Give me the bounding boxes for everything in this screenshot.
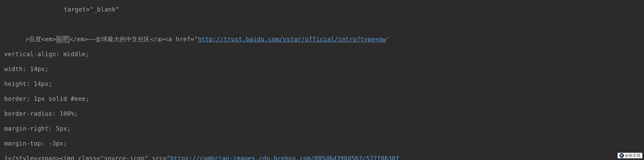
code-text: target="_blank" (64, 6, 119, 13)
code-text: }</style><span><img class="source-icon" … (4, 155, 170, 160)
code-line[interactable]: width: 14px; (0, 65, 399, 73)
code-text: margin-right: 5px; (4, 125, 70, 132)
watermark-icon: K (619, 153, 624, 158)
code-text: width: 14px; (4, 66, 48, 72)
code-line[interactable]: }</style><span><img class="source-icon" … (0, 155, 399, 160)
code-line[interactable]: vertical-align: middle; (0, 50, 399, 58)
code-text: border-radius: 100%; (4, 110, 78, 117)
code-line[interactable]: margin-right: 5px; (0, 125, 399, 132)
url-link[interactable]: https://cambrian-images.cdn.bcebos.com/0… (170, 155, 399, 160)
code-text: >百度<em> (26, 36, 56, 43)
code-line-blank (0, 21, 399, 28)
code-text: vertical-align: middle; (4, 51, 89, 58)
code-line[interactable]: >百度<em>贴吧</em>——全球最大的中文社区</a><a href="ht… (0, 36, 399, 43)
watermark-badge: K 创新互联 (618, 153, 642, 158)
code-text: </em>——全球最大的中文社区</a><a href=" (70, 36, 198, 43)
code-line[interactable]: height: 14px; (0, 80, 399, 88)
search-highlight[interactable]: 贴吧 (56, 36, 70, 43)
code-text: margin-top: -3px; (4, 140, 67, 147)
code-text: border: 1px solid #eee; (4, 95, 89, 102)
code-text: height: 14px; (4, 80, 52, 88)
code-line[interactable]: margin-top: -3px; (0, 140, 399, 147)
url-link[interactable]: http://trust.baidu.com/vstar/official/in… (198, 36, 386, 43)
code-line[interactable]: border: 1px solid #eee; (0, 95, 399, 102)
code-line[interactable]: border-radius: 100%; (0, 110, 399, 118)
code-line[interactable]: target="_blank" (0, 6, 399, 13)
code-text: ' (386, 36, 390, 43)
code-editor-view: target="_blank" >百度<em>贴吧</em>——全球最大的中文社… (0, 0, 399, 160)
watermark-label: 创新互联 (625, 153, 640, 158)
